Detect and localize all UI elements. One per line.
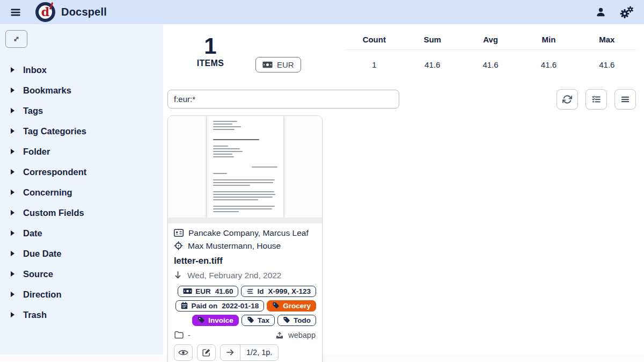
col-count: Count — [345, 31, 403, 50]
caret-right-icon — [11, 271, 14, 277]
edit-icon — [202, 348, 211, 357]
item-filename: letter-en.tiff — [174, 256, 316, 266]
paid-date-badge: Paid on 2022-01-18 — [175, 300, 264, 312]
preview-button[interactable] — [174, 344, 193, 361]
sidebar-item-tags[interactable]: Tags — [5, 100, 163, 121]
item-card[interactable]: Pancake Company, Marcus Leaf Max Musterm… — [167, 115, 323, 362]
item-count: 1 — [167, 35, 253, 57]
select-mode-button[interactable] — [586, 89, 607, 110]
caret-right-icon — [11, 128, 14, 134]
concerning-text: Max Mustermann, House — [188, 241, 281, 251]
settings-menu-button[interactable] — [617, 3, 635, 21]
stat-count: 1 — [345, 50, 403, 75]
money-bill-icon — [262, 61, 273, 68]
caret-right-icon — [11, 292, 14, 297]
currency-amount-badge: EUR 41.60 — [178, 286, 238, 297]
gears-icon — [619, 6, 634, 19]
eye-icon — [178, 349, 188, 357]
badge-row-3: Invoice Tax Todo — [174, 315, 316, 326]
sidebar-item-custom-fields[interactable]: Custom Fields — [5, 202, 163, 223]
stat-avg: 41.6 — [462, 50, 519, 75]
item-date: Wed, February 2nd, 2022 — [187, 271, 282, 280]
caret-right-icon — [11, 149, 14, 154]
search-stats: 1 ITEMS Count Sum Avg Min Max — [167, 30, 636, 75]
custom-field-id-badge: Id X-999, X-123 — [241, 286, 316, 297]
sidebar-item-inbox[interactable]: Inbox — [5, 60, 163, 80]
refresh-icon — [562, 95, 572, 104]
caret-right-icon — [11, 67, 14, 73]
search-input[interactable] — [167, 90, 399, 108]
caret-right-icon — [11, 230, 14, 236]
sidebar-item-due-date[interactable]: Due Date — [5, 243, 163, 264]
item-count-block: 1 ITEMS — [167, 30, 253, 68]
correspondent-line: Pancake Company, Marcus Leaf — [174, 228, 316, 238]
sidebar-item-direction[interactable]: Direction — [5, 284, 163, 305]
tag-badge-tax: Tax — [241, 315, 275, 326]
search-bar — [167, 89, 636, 110]
caret-right-icon — [11, 88, 14, 93]
edit-button[interactable] — [197, 344, 216, 361]
tasks-list-icon — [591, 95, 601, 104]
top-navbar: d Docspell — [0, 0, 644, 24]
view-menu-button[interactable] — [614, 89, 636, 110]
hamburger-icon — [10, 6, 21, 18]
sidebar-item-tag-categories[interactable]: Tag Categories — [5, 121, 163, 141]
badge-row-2: Paid on 2022-01-18 Grocery — [174, 300, 316, 312]
badge-row-1: EUR 41.60 Id X-999, X-123 — [174, 286, 316, 297]
correspondent-text: Pancake Company, Marcus Leaf — [188, 228, 309, 238]
stream-icon — [246, 288, 254, 295]
source-info: webapp — [275, 331, 316, 339]
sidebar-item-concerning[interactable]: Concerning — [5, 182, 163, 202]
col-max: Max — [578, 31, 636, 50]
caret-right-icon — [11, 169, 14, 175]
folder-info: - — [174, 331, 191, 339]
page-count-label: 1/2, 1p. — [240, 345, 278, 360]
caret-right-icon — [11, 312, 14, 317]
item-card-actions: 1/2, 1p. — [174, 344, 316, 362]
user-icon — [595, 6, 606, 18]
tag-icon — [247, 316, 254, 324]
item-thumbnail — [168, 116, 322, 223]
folder-value: - — [188, 331, 191, 339]
item-card-footer: - webapp — [174, 329, 316, 344]
tag-icon — [197, 316, 205, 324]
address-card-icon — [174, 229, 184, 237]
folder-icon — [174, 331, 184, 339]
caret-right-icon — [11, 190, 14, 195]
item-date-line: Wed, February 2nd, 2022 — [174, 271, 316, 280]
stat-min: 41.6 — [519, 50, 577, 75]
document-preview — [207, 116, 283, 218]
caret-right-icon — [11, 108, 14, 113]
item-card-body: Pancake Company, Marcus Leaf Max Musterm… — [168, 223, 322, 362]
tag-icon — [272, 302, 280, 309]
app-title: Docspell — [61, 6, 107, 18]
menu-toggle-button[interactable] — [9, 5, 23, 19]
caret-right-icon — [11, 251, 14, 256]
bars-icon — [620, 95, 630, 104]
sidebar-item-correspondent[interactable]: Correspondent — [5, 162, 163, 182]
currency-code: EUR — [277, 60, 294, 69]
expand-icon — [12, 35, 20, 43]
currency-pill: EUR — [255, 57, 301, 73]
stat-sum: 41.6 — [403, 50, 461, 75]
open-detail-button[interactable]: 1/2, 1p. — [220, 344, 279, 361]
docspell-logo-icon: d — [35, 2, 55, 22]
sidebar-item-source[interactable]: Source — [5, 264, 163, 284]
money-bill-icon — [183, 288, 192, 294]
app-logo-link[interactable]: d Docspell — [35, 2, 107, 22]
refresh-button[interactable] — [557, 89, 578, 110]
item-count-label: ITEMS — [167, 59, 253, 68]
upload-icon — [275, 331, 284, 339]
sidebar-item-trash[interactable]: Trash — [5, 305, 163, 325]
user-menu-button[interactable] — [591, 3, 610, 21]
expand-sidebar-button[interactable] — [5, 30, 27, 48]
sidebar-sections: Inbox Bookmarks Tags Tag Categories Fold… — [5, 60, 163, 325]
sidebar-item-bookmarks[interactable]: Bookmarks — [5, 80, 163, 100]
sidebar-item-date[interactable]: Date — [5, 223, 163, 243]
sidebar-item-folder[interactable]: Folder — [5, 141, 163, 162]
arrow-down-icon — [174, 271, 182, 280]
main-content: 1 ITEMS Count Sum Avg Min Max — [163, 24, 644, 354]
arrow-right-icon — [221, 345, 240, 360]
col-sum: Sum — [403, 31, 461, 50]
tag-badge-todo: Todo — [277, 315, 316, 326]
